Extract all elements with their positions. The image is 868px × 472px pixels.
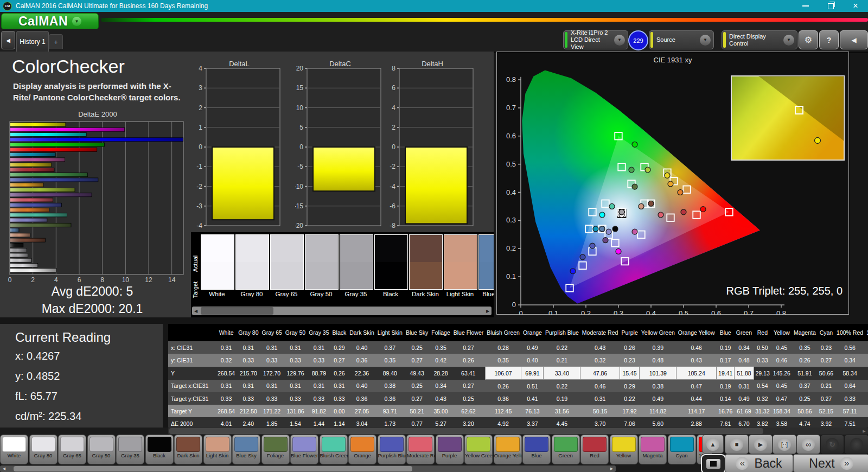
- table-cell: 0.33: [307, 392, 330, 405]
- table-cell: 0.26: [331, 367, 348, 380]
- calman-menu-button[interactable]: CalMAN ▼: [1, 13, 99, 30]
- help-button[interactable]: ?: [819, 30, 839, 49]
- continuous-measure-button[interactable]: ∞: [796, 435, 820, 454]
- scroll-left-icon[interactable]: ◀: [1, 465, 8, 472]
- patch-button-yellow-green[interactable]: Yellow Green: [464, 435, 493, 464]
- cie-1931-diagram: 00.10.20.30.40.50.60.70.800.10.20.30.40.…: [496, 52, 849, 315]
- settings-button[interactable]: ⚙: [799, 30, 818, 49]
- table-cell: 192.05: [865, 405, 868, 417]
- table-cell: 0.19: [717, 341, 735, 354]
- table-cell: 112.45: [485, 405, 521, 417]
- table-cell: 93.71: [376, 405, 404, 417]
- strip-scrollbar-thumb[interactable]: [201, 307, 273, 315]
- patch-button-black[interactable]: Black: [145, 435, 174, 464]
- tab-nav-button[interactable]: ◀: [1, 31, 15, 49]
- patch-button-gray-35[interactable]: Gray 35: [116, 435, 144, 464]
- patch-label: Moderate Red: [407, 453, 434, 458]
- patch-swatch: [350, 437, 374, 452]
- deltaH-y-tick: -6: [390, 202, 395, 210]
- table-cell: 0.26: [452, 354, 485, 367]
- scroll-right-icon[interactable]: ▶: [608, 465, 615, 472]
- table-col-header-purplish-blue: Purplish Blue: [544, 324, 580, 341]
- measure-series-button[interactable]: [··]: [773, 435, 796, 454]
- display-control-dropdown[interactable]: Direct Display Control ▼: [722, 30, 797, 49]
- patch-button-blue-flower[interactable]: Blue Flower: [290, 435, 318, 464]
- table-cell: 0.60: [865, 392, 868, 405]
- patch-button-cyan[interactable]: Cyan: [668, 435, 696, 464]
- table-cell: 171.22: [260, 405, 283, 417]
- display-control-label: Direct Display Control: [729, 33, 783, 47]
- patch-button-orange[interactable]: Orange: [348, 435, 376, 464]
- patch-swatch: [409, 437, 432, 452]
- record-button[interactable]: [844, 435, 868, 454]
- patch-row-scrollbar-thumb[interactable]: [14, 466, 412, 471]
- meter-count-badge[interactable]: 229: [628, 30, 648, 50]
- patch-button-white[interactable]: White: [0, 435, 28, 464]
- collapse-panel-button[interactable]: ◀: [840, 30, 868, 49]
- back-button[interactable]: « Back: [725, 454, 793, 472]
- stop-measure-button[interactable]: [701, 454, 726, 472]
- table-cell: 0.22: [544, 341, 580, 354]
- stop-button[interactable]: ■: [725, 435, 749, 454]
- table-cell: 0.25: [404, 380, 430, 393]
- patch-button-purple[interactable]: Purple: [436, 435, 464, 464]
- tab-history-1[interactable]: History 1: [16, 31, 49, 52]
- table-cell: 0.34: [430, 380, 451, 393]
- patch-swatch: [292, 437, 316, 452]
- source-dropdown[interactable]: Source ▼: [649, 30, 714, 49]
- restore-button[interactable]: [818, 0, 843, 12]
- table-cell: 0.36: [348, 392, 376, 405]
- patch-button-gray-65[interactable]: Gray 65: [58, 435, 86, 464]
- table-cell: 0.36: [485, 392, 521, 405]
- patch-button-light-skin[interactable]: Light Skin: [203, 435, 232, 464]
- patch-button-gray-50[interactable]: Gray 50: [87, 435, 116, 464]
- refresh-button[interactable]: ↻: [820, 435, 844, 454]
- patch-button-blue[interactable]: Blue: [522, 435, 551, 464]
- patch-button-bluish-green[interactable]: Bluish Green: [320, 435, 348, 464]
- series-icon: [··]: [781, 442, 788, 448]
- patch-button-gray-80[interactable]: Gray 80: [29, 435, 58, 464]
- table-cell: 62.62: [452, 405, 485, 417]
- table-cell: 50.21: [404, 405, 430, 417]
- scroll-right-icon[interactable]: ▶: [484, 307, 492, 315]
- patch-button-red[interactable]: Red: [580, 435, 609, 464]
- deltaL-y-tick: 3: [199, 84, 202, 92]
- table-scrollbar[interactable]: ▶: [168, 428, 868, 435]
- patch-label: Yellow: [610, 453, 637, 458]
- patch-button-magenta[interactable]: Magenta: [639, 435, 667, 464]
- next-button[interactable]: Next »: [793, 454, 868, 472]
- patch-button-moderate-red[interactable]: Moderate Red: [406, 435, 435, 464]
- strip-scrollbar[interactable]: ◀ ▶: [192, 307, 492, 315]
- table-cell: 0.27: [452, 341, 485, 354]
- patch-button-yellow[interactable]: Yellow: [610, 435, 638, 464]
- patch-label: Orange: [349, 453, 376, 458]
- patch-button-foliage[interactable]: Foliage: [261, 435, 290, 464]
- target-label: Target: [192, 276, 199, 303]
- table-cell: 0.31: [237, 341, 260, 354]
- patch-button-dark-skin[interactable]: Dark Skin: [174, 435, 202, 464]
- gear-icon: ⚙: [805, 35, 812, 45]
- close-button[interactable]: ×: [843, 0, 868, 12]
- rgb-triplet-readout: RGB Triplet: 255, 255, 0: [726, 285, 843, 297]
- patch-row-scrollbar[interactable]: ◀ ▶: [0, 465, 616, 472]
- max-de2000: Max dE2000: 20.1: [0, 302, 184, 316]
- patch-button-orange-yellow[interactable]: Orange Yellow: [494, 435, 522, 464]
- add-tab-button[interactable]: +: [49, 34, 63, 49]
- table-scrollbar-thumb[interactable]: [169, 428, 763, 434]
- actual-swatch: [444, 235, 477, 262]
- strip-patch-gray-35: [340, 234, 373, 290]
- patch-button-blue-sky[interactable]: Blue Sky: [232, 435, 260, 464]
- scroll-left-icon[interactable]: ◀: [192, 307, 200, 315]
- minimize-button[interactable]: [793, 0, 818, 12]
- collapse-up-button[interactable]: ▲: [702, 435, 724, 454]
- deltaL-y-tick: 0: [199, 143, 202, 151]
- scroll-right-icon[interactable]: ▶: [861, 428, 867, 435]
- patch-button-purplish-blue[interactable]: Purplish Blue: [378, 435, 406, 464]
- meter-dropdown[interactable]: X-Rite i1Pro 2 LCD Direct View ▼: [563, 30, 628, 49]
- deltaH-y-tick: 6: [392, 84, 395, 92]
- table-cell: 0.31: [216, 341, 237, 354]
- actual-swatch: [305, 235, 338, 262]
- patch-button-green[interactable]: Green: [552, 435, 580, 464]
- play-button[interactable]: ▶: [749, 435, 773, 454]
- deltae-x-tick: 6: [78, 276, 81, 284]
